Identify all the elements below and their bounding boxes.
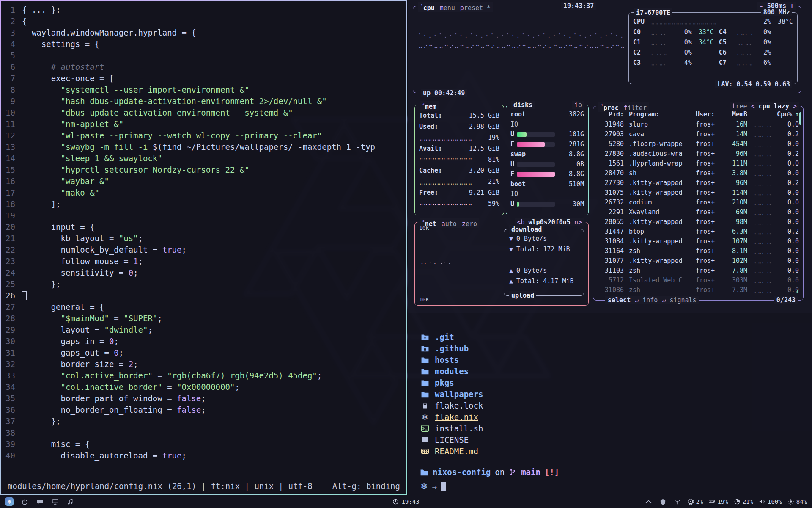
code-line[interactable]: 18 ];: [1, 199, 406, 210]
signals-action[interactable]: ↵ signals: [662, 296, 696, 304]
net-auto-button[interactable]: auto: [442, 220, 457, 228]
code-line[interactable]: 11 "nm-applet &": [1, 119, 406, 130]
process-row[interactable]: 1561.Hyprland-wrapfros+111M⡀⣀⡀⢀⡀0.0: [598, 159, 799, 168]
media-player-icon[interactable]: [66, 497, 74, 506]
terminal-icon: [420, 425, 430, 432]
scroll-down-indicator[interactable]: ↓: [796, 287, 799, 295]
code-line[interactable]: 34 "col.inactive_border" = "0x00000000";: [1, 381, 406, 393]
code-line[interactable]: 4 settings = {: [1, 39, 406, 50]
git-folder-icon: [420, 334, 430, 340]
net-graph: ⠠⠄⠂⠄⠠⠂⠄: [419, 260, 453, 266]
shell-input-line[interactable]: ❄ →: [420, 481, 446, 491]
app-launcher-icon[interactable]: ❄: [5, 497, 14, 506]
menu-button[interactable]: menu: [440, 4, 455, 12]
process-row[interactable]: 27730.kitty-wrappedfros+96M⡀⣀⡀⢀⡀0.2: [598, 178, 799, 188]
code-line[interactable]: 30 gaps_in = 0;: [1, 336, 406, 347]
code-line[interactable]: 12 "wl-paste --primary --watch wl-copy -…: [1, 130, 406, 141]
io-mode-button[interactable]: io: [572, 101, 584, 109]
power-menu-icon[interactable]: [20, 497, 29, 506]
code-line[interactable]: 16 "waybar &": [1, 176, 406, 187]
code-line[interactable]: 35 border_part_of_window = false;: [1, 393, 406, 404]
code-line[interactable]: 17 "mako &": [1, 187, 406, 199]
process-row[interactable]: 5712Isolated Web Cfros+303M⡀⣀⡀⢀⡀0.0: [598, 276, 799, 285]
code-line[interactable]: 6 # autostart: [1, 61, 406, 73]
code-line[interactable]: 40 disable_autoreload = true;: [1, 450, 406, 461]
security-tray-icon[interactable]: [659, 497, 667, 506]
workspaces-icon[interactable]: [51, 497, 59, 506]
code-line[interactable]: 2{: [1, 16, 406, 27]
code-line[interactable]: 22 numlock_by_default = true;: [1, 244, 406, 256]
code-line[interactable]: 23 follow_mouse = 1;: [1, 256, 406, 267]
notifications-icon[interactable]: [36, 497, 44, 506]
process-row[interactable]: 31075.kitty-wrappedfros+114M⡀⣀⡀⢀⡀0.0: [598, 188, 799, 198]
scroll-up-indicator[interactable]: ↑: [792, 110, 799, 118]
tray-expand-icon[interactable]: [645, 497, 653, 506]
process-row[interactable]: 28055.kitty-wrappedfros+98M⡀⣀⡀⢀⡀0.0: [598, 217, 799, 227]
code-line[interactable]: 38: [1, 427, 406, 439]
code-line[interactable]: 10 "dbus-update-activation-environment -…: [1, 107, 406, 119]
core-row: C6⡀⣀⢀⡀2%: [719, 47, 793, 58]
code-line[interactable]: 5: [1, 50, 406, 61]
code-line[interactable]: 1{ ... }:: [1, 4, 406, 16]
sort-selector[interactable]: < cpu lazy >: [751, 102, 797, 110]
code-line[interactable]: 21 kb_layout = "us";: [1, 233, 406, 244]
select-action[interactable]: select: [608, 296, 631, 304]
code-line[interactable]: 8 "systemctl --user import-environment &…: [1, 84, 406, 96]
memory-usage[interactable]: 19%: [709, 498, 728, 505]
network-tray-icon[interactable]: [673, 497, 682, 506]
process-scrollbar[interactable]: [799, 112, 801, 125]
tree-toggle-button[interactable]: tree: [732, 102, 747, 110]
process-row[interactable]: 31164zshfros+8.1M⡀⣀⡀⢀⡀0.0: [598, 246, 799, 256]
folder-icon: [420, 469, 428, 476]
code-line[interactable]: 7 exec-once = [: [1, 73, 406, 84]
cpu-model: i7-6700TE: [634, 8, 672, 17]
process-row[interactable]: 31086zshfros+7.3M⡀⣀⡀⢀⡀0.0: [598, 285, 799, 295]
volume[interactable]: 100%: [759, 498, 782, 505]
code-line[interactable]: 26: [1, 290, 406, 301]
info-action[interactable]: ↵ info: [635, 296, 658, 304]
code-line[interactable]: 36 no_border_on_floating = false;: [1, 404, 406, 416]
preset-button[interactable]: preset *: [460, 4, 491, 12]
code-line[interactable]: 29 layout = "dwindle";: [1, 324, 406, 336]
file-item-flake.lock: flake.lock: [420, 400, 483, 411]
process-row[interactable]: 27903cavafros+14M⡀⣀⡀⢀⡀0.2: [598, 130, 799, 139]
filter-button[interactable]: filter: [624, 104, 647, 112]
code-line[interactable]: 32 border_size = 2;: [1, 359, 406, 370]
process-row[interactable]: 5280.floorp-wrappefros+454M⡀⣀⡀⢀⡀0.0: [598, 139, 799, 149]
code-line[interactable]: 39 misc = {: [1, 439, 406, 450]
disk-usage[interactable]: 21%: [734, 498, 753, 505]
code-line[interactable]: 13 "swaybg -m fill -i $(find ~/Pictures/…: [1, 141, 406, 153]
code-line[interactable]: 25 };: [1, 279, 406, 290]
cpu-icon: [688, 499, 694, 505]
code-line[interactable]: 20 input = {: [1, 221, 406, 233]
code-line[interactable]: 31 gaps_out = 0;: [1, 347, 406, 359]
network-box: ³net auto zero <b wlp0s20f0u5 n> 10K 10K…: [414, 222, 589, 306]
process-row[interactable]: 31077.kitty-wrappedfros+102M⡀⣀⡀⢀⡀0.0: [598, 256, 799, 266]
cpu-temperature: 38°C: [774, 18, 793, 25]
code-line[interactable]: 3 wayland.windowManager.hyprland = {: [1, 27, 406, 39]
process-row[interactable]: 26732codiumfros+210M⡀⣀⡀⢀⡀0.0: [598, 198, 799, 207]
taskbar-clock[interactable]: 19:43: [392, 498, 419, 505]
process-row[interactable]: 31084.kitty-wrappedfros+107M⡀⣀⡀⢀⡀0.0: [598, 237, 799, 246]
process-row[interactable]: 28470shfros+3.8M⡀⣀⡀⢀⡀0.0: [598, 168, 799, 178]
process-row[interactable]: 2291Xwaylandfros+69M⡀⣀⡀⢀⡀0.0: [598, 207, 799, 217]
code-line[interactable]: 37 };: [1, 416, 406, 427]
code-line[interactable]: 14 "sleep 1 && swaylock": [1, 153, 406, 164]
code-line[interactable]: 33 "col.active_border" = "rgb(cba6f7) rg…: [1, 370, 406, 381]
code-line[interactable]: 15 "hyprctl setcursor Nordzy-cursors 22 …: [1, 164, 406, 176]
process-row[interactable]: 31948slurpfros+16M⡀⣀⡀⢀⡀0.0: [598, 120, 799, 130]
process-box: ⁴proc filter tree < cpu lazy > Pid: Prog…: [593, 106, 804, 301]
brightness[interactable]: 84%: [788, 498, 807, 505]
process-row[interactable]: 31447btopfros+6.3M⡀⣀⡀⢀⡀0.2: [598, 227, 799, 237]
code-editor[interactable]: 1{ ... }:2{3 wayland.windowManager.hyprl…: [1, 1, 406, 461]
process-row[interactable]: 27830.audacious-wrafros+96M⡀⣀⡀⢀⡀0.2: [598, 149, 799, 159]
code-line[interactable]: 19: [1, 210, 406, 221]
code-line[interactable]: 24 sensitivity = 0;: [1, 267, 406, 279]
cpu-usage[interactable]: 2%: [688, 498, 703, 505]
code-line[interactable]: 28 "$mainMod" = "SUPER";: [1, 313, 406, 324]
net-zero-button[interactable]: zero: [462, 220, 477, 228]
code-line[interactable]: 9 "hash dbus-update-activation-environme…: [1, 96, 406, 107]
code-line[interactable]: 27 general = {: [1, 301, 406, 313]
process-row[interactable]: 31103zshfros+7.8M⡀⣀⡀⢀⡀0.0: [598, 266, 799, 276]
iface-next-button: n>: [574, 218, 582, 226]
